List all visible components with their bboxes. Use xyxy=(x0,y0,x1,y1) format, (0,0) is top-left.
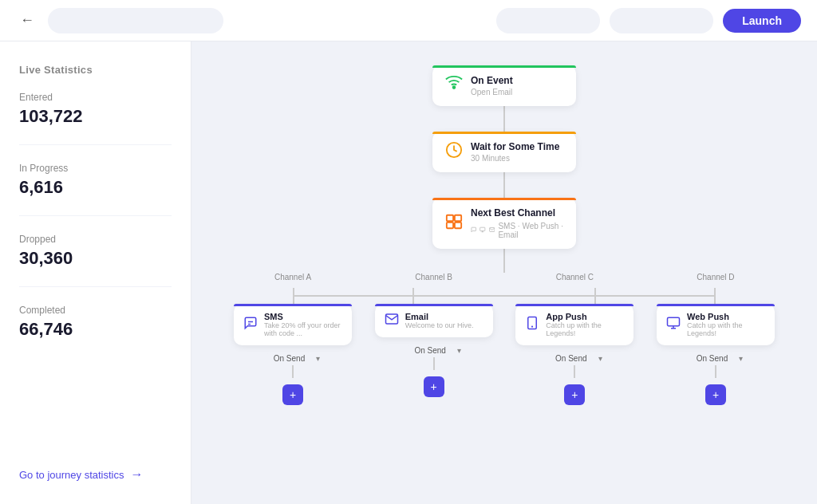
app-push-sub: Catch up with the Legends! xyxy=(546,321,624,337)
web-push-content: Web Push Catch up with the Legends! xyxy=(687,312,765,337)
connector-2 xyxy=(503,172,505,198)
sms-icon xyxy=(243,316,258,333)
wait-icon xyxy=(445,141,463,163)
svg-point-0 xyxy=(453,86,456,89)
topbar: ← Launch xyxy=(0,0,817,41)
app-push-v-line xyxy=(574,365,575,378)
app-push-plus-button[interactable]: + xyxy=(564,384,585,405)
sms-border xyxy=(234,304,352,306)
sms-content: SMS Take 20% off your order with code ..… xyxy=(264,312,342,337)
drop-c xyxy=(594,288,596,304)
stat-entered-value: 103,722 xyxy=(19,106,172,127)
email-icon xyxy=(385,312,399,329)
channel-col-b: Email Welcome to our Hive. On Send ▾ + xyxy=(374,304,494,397)
back-button[interactable]: ← xyxy=(16,10,38,32)
web-push-chevron[interactable]: ▾ xyxy=(739,354,743,363)
email-v-line xyxy=(433,357,435,370)
h-line-wrapper xyxy=(233,288,776,304)
sms-plus-button[interactable]: + xyxy=(282,384,303,405)
svg-rect-11 xyxy=(667,317,679,326)
email-content: Email Welcome to our Hive. xyxy=(405,312,474,329)
drop-d xyxy=(714,288,716,304)
wait-title: Wait for Some Time xyxy=(471,141,559,152)
stat-completed: Completed 66,746 xyxy=(19,305,172,340)
svg-rect-2 xyxy=(447,215,453,220)
svg-rect-6 xyxy=(480,227,485,230)
on-event-sub: Open Email xyxy=(471,88,513,96)
web-push-plus-button[interactable]: + xyxy=(705,384,726,405)
web-push-icon xyxy=(666,316,681,333)
divider-2 xyxy=(19,215,172,216)
web-push-on-send-row: On Send ▾ xyxy=(689,352,743,365)
sms-on-send[interactable]: On Send xyxy=(266,352,313,365)
stat-entered-label: Entered xyxy=(19,92,172,103)
svg-rect-3 xyxy=(455,215,461,220)
drop-a xyxy=(293,288,294,304)
web-push-v-line xyxy=(715,365,716,378)
channel-app-push[interactable]: App Push Catch up with the Legends! xyxy=(515,304,633,345)
channel-col-d: Web Push Catch up with the Legends! On S… xyxy=(656,304,776,405)
nbc-title: Next Best Channel xyxy=(471,207,563,219)
channel-sms[interactable]: SMS Take 20% off your order with code ..… xyxy=(234,304,352,345)
channel-web-push[interactable]: Web Push Catch up with the Legends! xyxy=(657,304,775,345)
email-chevron[interactable]: ▾ xyxy=(457,346,461,355)
channel-label-d: Channel D xyxy=(656,273,776,282)
app-push-border xyxy=(515,304,633,306)
topbar-pill-2 xyxy=(610,8,713,33)
stat-entered: Entered 103,722 xyxy=(19,92,172,127)
stat-dropped-label: Dropped xyxy=(19,234,172,245)
flow-container: On Event Open Email Wait for Some Time 3… xyxy=(207,65,801,405)
channel-col-a: SMS Take 20% off your order with code ..… xyxy=(233,304,353,405)
node-on-event[interactable]: On Event Open Email xyxy=(432,65,576,106)
on-event-icon xyxy=(445,75,463,96)
web-push-sub: Catch up with the Legends! xyxy=(687,321,765,337)
canvas[interactable]: On Event Open Email Wait for Some Time 3… xyxy=(191,41,817,504)
app-push-chevron[interactable]: ▾ xyxy=(598,354,602,363)
divider-1 xyxy=(19,144,172,145)
email-plus-button[interactable]: + xyxy=(424,376,444,397)
web-push-title: Web Push xyxy=(687,312,765,321)
nbc-icons-row: SMS · Web Push · Email xyxy=(471,220,563,239)
main-layout: Live Statistics Entered 103,722 In Progr… xyxy=(0,41,817,504)
stat-dropped: Dropped 30,360 xyxy=(19,234,172,269)
channel-col-c: App Push Catch up with the Legends! On S… xyxy=(515,304,634,405)
sidebar-title: Live Statistics xyxy=(19,64,172,76)
sms-v-line xyxy=(292,365,294,378)
journey-stats-text: Go to journey statistics xyxy=(19,469,124,481)
email-title: Email xyxy=(405,312,474,321)
channel-label-b: Channel B xyxy=(374,273,494,282)
node-wait[interactable]: Wait for Some Time 30 Minutes xyxy=(432,132,576,172)
email-on-send-row: On Send ▾ xyxy=(406,344,460,357)
drop-b xyxy=(412,288,414,304)
node-wait-border xyxy=(432,132,576,134)
stat-in-progress-value: 6,616 xyxy=(19,177,172,198)
journey-stats-link[interactable]: Go to journey statistics → xyxy=(19,467,172,482)
channel-labels-row: Channel A Channel B Channel C Channel D xyxy=(233,273,776,282)
branch-top-line xyxy=(503,249,505,273)
wait-content: Wait for Some Time 30 Minutes xyxy=(471,141,559,163)
node-on-event-border xyxy=(432,65,576,68)
channel-email[interactable]: Email Welcome to our Hive. xyxy=(375,304,493,337)
app-push-title: App Push xyxy=(546,312,624,321)
stat-in-progress: In Progress 6,616 xyxy=(19,163,172,198)
web-push-border xyxy=(657,304,775,306)
web-push-on-send[interactable]: On Send xyxy=(689,352,736,365)
email-sub: Welcome to our Hive. xyxy=(405,321,474,329)
nbc-content: Next Best Channel SMS · Web Push · Email xyxy=(471,207,563,239)
sidebar: Live Statistics Entered 103,722 In Progr… xyxy=(0,41,191,504)
stat-dropped-value: 30,360 xyxy=(19,248,172,269)
stat-in-progress-label: In Progress xyxy=(19,163,172,174)
h-line xyxy=(293,295,716,297)
app-push-on-send[interactable]: On Send xyxy=(547,352,594,365)
sms-chevron[interactable]: ▾ xyxy=(316,354,320,363)
wait-sub: 30 Minutes xyxy=(471,154,559,163)
email-on-send[interactable]: On Send xyxy=(406,344,453,357)
sms-sub: Take 20% off your order with code ... xyxy=(264,321,342,337)
on-event-title: On Event xyxy=(471,75,513,86)
launch-button[interactable]: Launch xyxy=(723,9,801,33)
app-push-icon xyxy=(525,316,539,333)
channel-label-c: Channel C xyxy=(515,273,634,282)
sms-title: SMS xyxy=(264,312,342,321)
nbc-sub: SMS · Web Push · Email xyxy=(498,222,563,239)
node-nbc[interactable]: Next Best Channel SMS · Web Push · Email xyxy=(432,198,576,249)
